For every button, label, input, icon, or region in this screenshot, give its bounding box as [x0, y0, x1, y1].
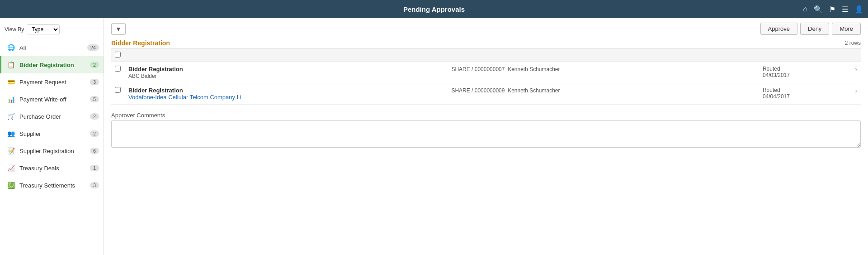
deny-button[interactable]: Deny [800, 23, 829, 35]
sidebar-item-payment-request[interactable]: 💳 Payment Request 3 [0, 73, 104, 91]
table-row[interactable]: Bidder Registration Vodafone-Idea Cellul… [111, 83, 861, 105]
comments-textarea[interactable] [111, 120, 861, 148]
sidebar-label-payment-request: Payment Request [19, 79, 90, 86]
section-header: Bidder Registration 2 rows [111, 39, 861, 47]
flag-icon[interactable]: ⚑ [829, 5, 835, 14]
sidebar-label-payment-writeoff: Payment Write-off [19, 96, 90, 103]
row-checkbox-cell [111, 83, 125, 105]
sidebar-label-treasury-deals: Treasury Deals [19, 165, 90, 172]
row-subtitle-link[interactable]: Vodafone-Idea Cellular Telcom Company Li [128, 94, 241, 101]
sidebar-item-supplier[interactable]: 👥 Supplier 2 [0, 125, 104, 142]
sidebar-badge-payment-writeoff: 5 [90, 96, 99, 102]
user-icon[interactable]: 👤 [854, 5, 863, 14]
sidebar-badge-supplier: 2 [90, 130, 99, 137]
chevron-right-icon: › [855, 66, 857, 73]
header: Pending Approvals ⌂ 🔍 ⚑ ☰ 👤 [0, 0, 868, 18]
row-subtitle: ABC Bidder [128, 73, 157, 79]
payment-icon: 💳 [6, 77, 16, 87]
home-icon[interactable]: ⌂ [803, 5, 807, 13]
select-all-checkbox[interactable] [115, 52, 121, 58]
sidebar-item-treasury-deals[interactable]: 📈 Treasury Deals 1 [0, 159, 104, 177]
sidebar-badge-all: 24 [87, 44, 99, 51]
row-share: SHARE / 0000000009 Kenneth Schumacher [451, 87, 560, 94]
menu-icon[interactable]: ☰ [842, 5, 848, 14]
row-status: Routed [763, 66, 848, 72]
row-status-cell: Routed 04/03/2017 [759, 62, 851, 83]
row-checkbox-0[interactable] [115, 66, 121, 72]
sidebar-item-payment-writeoff[interactable]: 📊 Payment Write-off 5 [0, 91, 104, 108]
row-count: 2 rows [845, 40, 861, 46]
view-by-select[interactable]: Type [27, 24, 60, 34]
row-share-cell: SHARE / 0000000007 Kenneth Schumacher [448, 62, 759, 83]
comments-label: Approver Comments [111, 112, 861, 119]
col-share [448, 49, 759, 62]
row-title: Bidder Registration [128, 87, 444, 94]
filter-button[interactable]: ▼ [111, 23, 126, 35]
po-icon: 🛒 [6, 111, 16, 121]
col-name [125, 49, 448, 62]
treasury-settlements-icon: 💹 [6, 180, 16, 190]
toolbar: ▼ Approve Deny More [111, 23, 861, 35]
row-checkbox-cell [111, 62, 125, 83]
row-status-cell: Routed 04/04/2017 [759, 83, 851, 105]
sidebar-item-bidder-registration[interactable]: 📋 Bidder Registration 2 [0, 56, 104, 73]
row-title-cell: Bidder Registration Vodafone-Idea Cellul… [125, 83, 448, 105]
row-arrow-cell[interactable]: › [851, 62, 861, 83]
layout: View By Type 🌐 All 24 📋 Bidder Registrat… [0, 18, 868, 255]
table-header-row [111, 49, 861, 62]
row-date: 04/04/2017 [763, 93, 848, 100]
sidebar-badge-supplier-registration: 6 [90, 148, 99, 154]
main-content: ▼ Approve Deny More Bidder Registration … [104, 18, 868, 255]
sidebar-label-bidder-registration: Bidder Registration [19, 62, 90, 68]
sidebar-badge-treasury-settlements: 3 [90, 182, 99, 188]
view-by-label: View By [5, 26, 24, 33]
row-title: Bidder Registration [128, 66, 444, 72]
sidebar-item-supplier-registration[interactable]: 📝 Supplier Registration 6 [0, 142, 104, 159]
sidebar-badge-treasury-deals: 1 [90, 165, 99, 171]
sidebar-label-supplier-registration: Supplier Registration [19, 148, 90, 154]
sidebar-item-all[interactable]: 🌐 All 24 [0, 39, 104, 56]
checkbox-header [111, 49, 125, 62]
row-status: Routed [763, 87, 848, 93]
toolbar-left: ▼ [111, 23, 126, 35]
row-title-cell: Bidder Registration ABC Bidder [125, 62, 448, 83]
treasury-deals-icon: 📈 [6, 163, 16, 173]
row-date: 04/03/2017 [763, 72, 848, 78]
toolbar-right: Approve Deny More [760, 23, 861, 35]
chevron-right-icon: › [855, 87, 857, 94]
supreg-icon: 📝 [6, 146, 16, 156]
table-row[interactable]: Bidder Registration ABC Bidder SHARE / 0… [111, 62, 861, 83]
sidebar-badge-purchase-order: 2 [90, 113, 99, 120]
more-button[interactable]: More [832, 23, 861, 35]
sidebar-label-supplier: Supplier [19, 130, 90, 137]
writeoff-icon: 📊 [6, 94, 16, 104]
sidebar-label-all: All [19, 44, 87, 51]
sidebar-label-treasury-settlements: Treasury Settlements [19, 182, 90, 189]
approve-button[interactable]: Approve [760, 23, 797, 35]
supplier-icon: 👥 [6, 129, 16, 139]
col-status [759, 49, 851, 62]
sidebar-item-purchase-order[interactable]: 🛒 Purchase Order 2 [0, 108, 104, 125]
header-icons: ⌂ 🔍 ⚑ ☰ 👤 [803, 5, 863, 14]
section-title: Bidder Registration [111, 39, 170, 47]
comments-section: Approver Comments [111, 112, 861, 149]
bidder-icon: 📋 [6, 60, 16, 70]
row-share-cell: SHARE / 0000000009 Kenneth Schumacher [448, 83, 759, 105]
row-checkbox-1[interactable] [115, 87, 121, 93]
sidebar-item-treasury-settlements[interactable]: 💹 Treasury Settlements 3 [0, 177, 104, 194]
approval-table: Bidder Registration ABC Bidder SHARE / 0… [111, 48, 861, 105]
row-arrow-cell[interactable]: › [851, 83, 861, 105]
sidebar: View By Type 🌐 All 24 📋 Bidder Registrat… [0, 18, 104, 255]
view-by-container: View By Type [0, 23, 104, 39]
sidebar-label-purchase-order: Purchase Order [19, 113, 90, 120]
search-icon[interactable]: 🔍 [814, 5, 823, 14]
col-arrow [851, 49, 861, 62]
row-share: SHARE / 0000000007 Kenneth Schumacher [451, 66, 560, 72]
globe-icon: 🌐 [6, 43, 16, 53]
page-title: Pending Approvals [403, 5, 465, 13]
sidebar-badge-payment-request: 3 [90, 79, 99, 85]
sidebar-badge-bidder-registration: 2 [90, 62, 99, 68]
